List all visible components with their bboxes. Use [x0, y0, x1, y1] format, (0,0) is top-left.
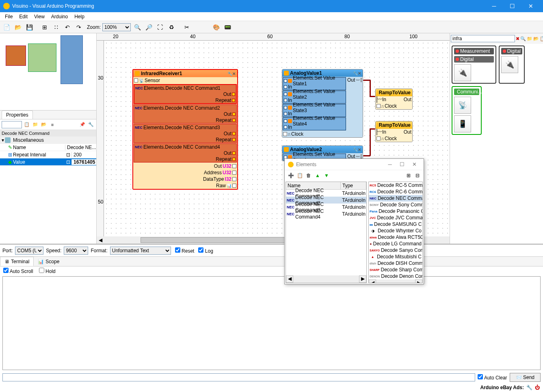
- prop-row-interval[interactable]: ⊞ Repeat Interval ⊡ 200: [0, 151, 96, 158]
- prop-row-value[interactable]: ◆ Value ⊡ 16761405: [0, 158, 96, 166]
- decoder-samsung[interactable]: ▬Decode SAMSUNG C: [369, 221, 422, 227]
- dlg-copy[interactable]: 📋: [296, 172, 303, 179]
- upload-button[interactable]: 📟: [223, 22, 232, 32]
- component-item[interactable]: 📡: [454, 97, 471, 114]
- minimize-button[interactable]: ─: [485, 0, 503, 12]
- prop-pin[interactable]: 📌: [79, 121, 86, 128]
- new-button[interactable]: 📄: [2, 22, 11, 32]
- zoomfit-button[interactable]: ⛶: [155, 22, 165, 32]
- tools-icon[interactable]: 🔧: [526, 385, 532, 390]
- menu-arduino[interactable]: Arduino: [48, 13, 71, 20]
- terminal-output[interactable]: [2, 276, 541, 370]
- decoder-sharp[interactable]: SHARPDecode Sharp Comm: [369, 266, 422, 273]
- menu-help[interactable]: Help: [71, 13, 88, 20]
- decoder-lg[interactable]: ●Decode LG Command: [369, 240, 422, 247]
- prop-row-name[interactable]: ✎ Name Decode NE...: [0, 144, 96, 151]
- component-item[interactable]: 📱: [454, 115, 471, 132]
- properties-filter[interactable]: [2, 121, 22, 128]
- decoder-whynter[interactable]: ◑Decode Whynter Co: [369, 227, 422, 234]
- speed-select[interactable]: 9600: [64, 247, 88, 255]
- dialog-close[interactable]: ✕: [408, 161, 420, 167]
- search-btn3[interactable]: 📂: [533, 35, 539, 42]
- send-button[interactable]: 📨 Send: [510, 373, 541, 382]
- zoomin-button[interactable]: 🔍: [132, 22, 142, 32]
- close-button[interactable]: ✕: [521, 0, 540, 12]
- format-select[interactable]: Unformatted Text: [110, 247, 171, 255]
- decoder-denon[interactable]: DENONDecode Denon Comm: [369, 273, 422, 279]
- grid-button[interactable]: ⊞: [40, 22, 50, 32]
- nec-command2[interactable]: NECElements.Decode NEC Command2 Out Repe…: [134, 104, 237, 123]
- dialog-titlebar[interactable]: Elements ─ ☐ ✕: [285, 159, 424, 170]
- block-tools-icon[interactable]: 🔧✕: [353, 71, 361, 76]
- dialog-maximize[interactable]: ☐: [396, 161, 408, 167]
- decoder-nec[interactable]: NECDecode NEC Comman: [369, 195, 422, 201]
- open-button[interactable]: 📂: [13, 22, 23, 32]
- block-tools-icon[interactable]: 🔧✕: [353, 147, 361, 152]
- menu-edit[interactable]: Edit: [16, 13, 31, 20]
- dialog-minimize[interactable]: ─: [384, 161, 396, 167]
- zoom-select[interactable]: 100%: [102, 23, 131, 31]
- decoder-aiwa[interactable]: aiwaDecode Aiwa RCT50: [369, 234, 422, 240]
- autoclear-checkbox[interactable]: Auto Clear: [478, 374, 507, 381]
- block-ramp1[interactable]: RampToValue 〰InOut ⎍Clock: [375, 89, 413, 110]
- block-tools-icon[interactable]: 🔧✕: [227, 71, 236, 76]
- terminal-tab[interactable]: 🖥 Terminal: [0, 257, 34, 266]
- prop-btn3[interactable]: 📂: [40, 121, 48, 128]
- block-analog-value1[interactable]: AnalogValue1🔧✕ Elements.Set Value State1…: [282, 69, 363, 138]
- decoder-sony[interactable]: SONYDecode Sony Comma: [369, 201, 422, 208]
- send-input[interactable]: [2, 373, 475, 381]
- dlg-expand[interactable]: ⊞: [405, 172, 412, 179]
- delete-button[interactable]: ✂: [182, 22, 192, 32]
- decoder-jvc[interactable]: JVCDecode JVC Comma: [369, 214, 422, 221]
- palette-button[interactable]: 🎨: [211, 22, 221, 32]
- log-checkbox[interactable]: Log: [197, 247, 213, 254]
- minimap[interactable]: [0, 33, 96, 110]
- decoder-rc6[interactable]: RC6Decode RC-6 Comma: [369, 188, 422, 195]
- decoder-rc5[interactable]: RC5Decode RC-5 Comma: [369, 182, 422, 188]
- menu-view[interactable]: View: [31, 13, 48, 20]
- dlg-down[interactable]: ▼: [323, 172, 330, 179]
- hold-checkbox[interactable]: Hold: [39, 268, 56, 274]
- menu-file[interactable]: File: [2, 13, 16, 20]
- reset-checkbox[interactable]: Reset: [173, 247, 195, 254]
- redo-button[interactable]: ↷: [74, 22, 84, 32]
- refresh-button[interactable]: ♻: [167, 22, 176, 32]
- decoder-sanyo[interactable]: SANYODecode Sanyo Comm: [369, 247, 422, 253]
- nec-command4[interactable]: NECElements.Decode NEC Command4 Out Repe…: [134, 143, 237, 162]
- search-clear[interactable]: ✖: [516, 35, 519, 42]
- component-item[interactable]: 🔌: [501, 56, 518, 73]
- search-btn4[interactable]: 📋: [540, 35, 543, 42]
- prop-btn1[interactable]: 📋: [23, 121, 30, 128]
- dlg-add[interactable]: ➕: [287, 172, 294, 179]
- prop-btn2[interactable]: 📁: [32, 121, 39, 128]
- decoder-scrollbar[interactable]: ◀▶: [369, 279, 422, 283]
- save-button[interactable]: 💾: [24, 22, 34, 32]
- dlg-del[interactable]: 🗑: [305, 172, 312, 179]
- set-value-state4[interactable]: Elements.Set Value State4 In: [283, 117, 346, 130]
- prop-group-misc[interactable]: ▾ Miscellaneous: [0, 136, 96, 144]
- block-infrared-receiver[interactable]: InfraredReceiver1🔧✕ 📡Sensor NECElements.…: [132, 69, 238, 190]
- component-item[interactable]: 🔌: [454, 64, 471, 81]
- decoder-panasonic[interactable]: PanaDecode Panasonic C: [369, 208, 422, 214]
- sensor-port[interactable]: [134, 78, 138, 82]
- prop-tools[interactable]: 🔧: [87, 121, 95, 128]
- elements-dialog[interactable]: Elements ─ ☐ ✕ ➕ 📋 🗑 ▲ ▼ ⊞ ⊟ NameType NE…: [284, 158, 424, 284]
- block-ramp2[interactable]: RampToValue 〰InOut ⎍Clock: [375, 121, 413, 142]
- nec-command1[interactable]: NECElements.Decode NEC Command1 Out Repe…: [134, 84, 237, 104]
- search-filter-icon[interactable]: 🔍: [520, 35, 526, 42]
- autoscroll-checkbox[interactable]: Auto Scroll: [3, 268, 33, 274]
- maximize-button[interactable]: ☐: [503, 0, 521, 12]
- search-btn2[interactable]: 📁: [527, 35, 532, 42]
- snap-button[interactable]: ∷: [51, 22, 61, 32]
- decoder-mitsubishi[interactable]: ▲Decode Mitsubishi C: [369, 253, 422, 260]
- scope-tab[interactable]: 📊 Scope: [34, 257, 63, 266]
- properties-tab[interactable]: Properties: [2, 110, 33, 119]
- list-scrollbar[interactable]: ◀▶: [286, 275, 366, 283]
- decoder-dish[interactable]: dishDecode DISH Comma: [369, 260, 422, 266]
- port-select[interactable]: COM5 (U: [15, 247, 43, 255]
- dlg-collapse[interactable]: ⊟: [414, 172, 421, 179]
- power-icon[interactable]: ⏻: [535, 385, 540, 390]
- zoomout-button[interactable]: 🔎: [144, 22, 154, 32]
- nec-command3[interactable]: NECElements.Decode NEC Command3 Out Repe…: [134, 124, 237, 143]
- undo-button[interactable]: ↶: [63, 22, 72, 32]
